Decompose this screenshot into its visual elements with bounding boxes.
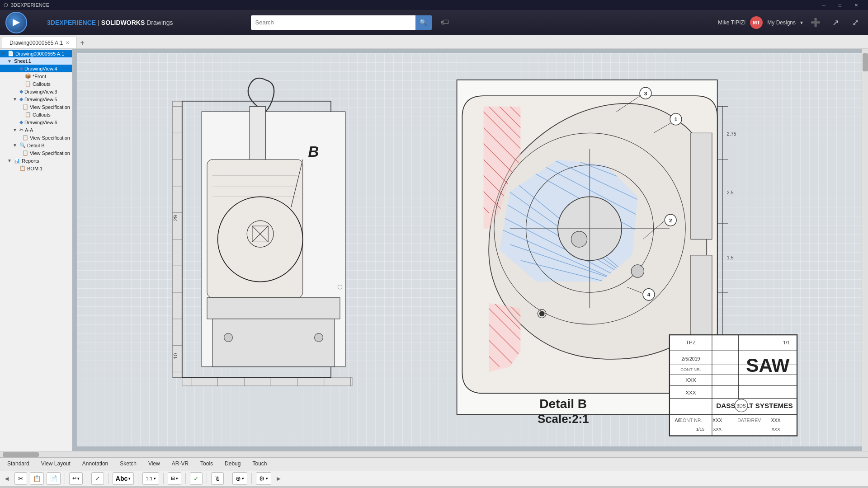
minimize-button[interactable]: ─ [816, 0, 832, 10]
cmd-scroll-right[interactable]: ► [276, 475, 282, 482]
share-button[interactable]: ↗ [828, 15, 843, 30]
tree-item-aa[interactable]: ▼ ✂ A-A [0, 126, 72, 134]
tree-item-callouts1[interactable]: 📋 Callouts [0, 80, 72, 88]
settings-icon: ⚙ [259, 475, 265, 482]
search-button[interactable]: 🔍 [415, 15, 432, 30]
spec-icon: 📋 [22, 104, 28, 110]
tree-item-front[interactable]: 📦 *Front [0, 72, 72, 80]
undo-button[interactable]: ↩ ▾ [69, 472, 83, 485]
part-icon: 📦 [25, 73, 31, 79]
tab-annotation[interactable]: Annotation [77, 459, 113, 469]
settings-button[interactable]: ⚙ ▾ [256, 472, 271, 485]
user-name: Mike TIPIZI [718, 19, 745, 26]
tree-label: BOM.1 [27, 166, 42, 171]
user-area: Mike TIPIZI MT My Designs ▾ [718, 16, 803, 29]
maximize-button[interactable]: □ [832, 0, 848, 10]
check-button[interactable]: ✓ [190, 472, 203, 485]
tab-debug[interactable]: Debug [219, 459, 246, 469]
tab-view-layout[interactable]: View Layout [36, 459, 76, 469]
file-tree: ▼ 📄 Drawing00000565 A.1 ▼ Sheet.1 ◆ Draw… [0, 49, 72, 451]
svg-text:10: 10 [172, 353, 178, 359]
search-input[interactable] [251, 19, 415, 26]
separator3 [108, 473, 108, 484]
tree-item-drawingview6[interactable]: ◆ DrawingView.6 [0, 118, 72, 126]
tab-view[interactable]: View [143, 459, 165, 469]
cut-button[interactable]: ✂ [14, 472, 27, 485]
cursor-button[interactable]: 🖱 [211, 472, 224, 485]
cut-icon: ✂ [18, 475, 24, 482]
tree-item-bom1[interactable]: 📋 BOM.1 [0, 164, 72, 172]
tree-label: DrawingView.5 [24, 97, 57, 102]
grid-button[interactable]: ⊞ ▾ [168, 472, 181, 485]
svg-text:2/5/2019: 2/5/2019 [681, 356, 700, 361]
tab-tools[interactable]: Tools [195, 459, 218, 469]
my-designs-label[interactable]: My Designs [767, 19, 796, 26]
horizontal-scrollbar[interactable] [0, 451, 868, 457]
tab-ar-vr[interactable]: AR-VR [166, 459, 194, 469]
tab-standard[interactable]: Standard [2, 459, 35, 469]
tab-label: View Layout [41, 460, 71, 467]
tree-item-detailb[interactable]: ▼ 🔍 Detail B [0, 141, 72, 149]
tab-touch[interactable]: Touch [247, 459, 272, 469]
copy-button[interactable]: 📋 [30, 472, 44, 485]
tree-item-drawingview4[interactable]: ◆ DrawingView.4 [0, 65, 72, 72]
tree-item-drawingview5[interactable]: ▼ ◆ DrawingView.5 [0, 95, 72, 103]
svg-point-32 [224, 333, 233, 342]
bom-icon: 📋 [19, 165, 26, 171]
tag-icon[interactable]: 🏷 [441, 18, 449, 27]
horizontal-scroll-thumb[interactable] [3, 452, 39, 457]
text-icon: Abc [116, 475, 127, 482]
separator7 [207, 473, 207, 484]
tree-item-sheet1[interactable]: ▼ Sheet.1 [0, 57, 72, 65]
snap-button[interactable]: ⊕ ▾ [232, 472, 247, 485]
paste-button[interactable]: 📄 [47, 472, 61, 485]
svg-text:XXX: XXX [712, 418, 722, 423]
tab-drawing[interactable]: Drawing00000565 A.1 ✕ [2, 37, 77, 48]
tree-item-viewspec2[interactable]: 📋 View Specification [0, 134, 72, 141]
svg-text:XXX: XXX [685, 377, 696, 383]
expand-button[interactable]: ⤢ [848, 15, 863, 30]
separator5 [163, 473, 164, 484]
user-avatar[interactable]: MT [750, 16, 763, 29]
svg-point-109 [539, 311, 545, 316]
text-button[interactable]: Abc ▾ [113, 472, 134, 485]
close-button[interactable]: ✕ [848, 0, 864, 10]
scroll-thumb[interactable] [863, 53, 868, 71]
cmd-scroll-left[interactable]: ◄ [4, 475, 10, 482]
svg-rect-31 [212, 319, 335, 367]
vertical-scrollbar[interactable] [862, 49, 868, 451]
tab-add-button[interactable]: + [77, 38, 88, 48]
svg-text:DATE/REV: DATE/REV [737, 418, 761, 423]
tab-close-icon[interactable]: ✕ [66, 40, 69, 45]
svg-text:3: 3 [644, 90, 647, 96]
tree-label: *Front [33, 74, 46, 79]
copy-icon: 📋 [33, 475, 41, 482]
tab-label: Tools [200, 460, 213, 467]
tree-item-reports[interactable]: ▼ 📊 Reports [0, 157, 72, 164]
tree-item-viewspec1[interactable]: 📋 View Specification [0, 103, 72, 111]
search-area: 🔍 [251, 15, 432, 30]
svg-text:XXX: XXX [713, 427, 722, 432]
svg-text:1: 1 [675, 116, 678, 122]
tree-label: Callouts [33, 112, 51, 117]
dropdown-icon: ▾ [800, 19, 803, 26]
svg-text:4: 4 [647, 291, 651, 297]
tree-item-callouts2[interactable]: 📋 Callouts [0, 111, 72, 118]
svg-text:XXX: XXX [685, 389, 696, 395]
tree-item-drawingview3[interactable]: ◆ DrawingView.3 [0, 88, 72, 95]
window-title: ⬡ 3DEXPERIENCE [4, 2, 49, 8]
expand-icon: ▼ [13, 97, 18, 102]
add-button[interactable]: ➕ [808, 15, 823, 30]
tree-label: Sheet.1 [14, 58, 31, 64]
scale-button[interactable]: 1:1 ▾ [142, 472, 159, 485]
move-icon: ⤢ [95, 475, 99, 481]
tree-item-drawing[interactable]: ▼ 📄 Drawing00000565 A.1 [0, 50, 72, 57]
app-logo[interactable] [5, 12, 27, 33]
canvas-area[interactable]: 29 10 [72, 49, 868, 451]
tab-sketch[interactable]: Sketch [114, 459, 142, 469]
tree-item-viewspec3[interactable]: 📋 View Specification [0, 149, 72, 157]
expand-icon: ▼ [13, 143, 18, 148]
svg-text:1/1: 1/1 [783, 340, 790, 345]
move-button[interactable]: ⤢ [91, 472, 104, 485]
tree-label: View Specification [30, 150, 70, 156]
